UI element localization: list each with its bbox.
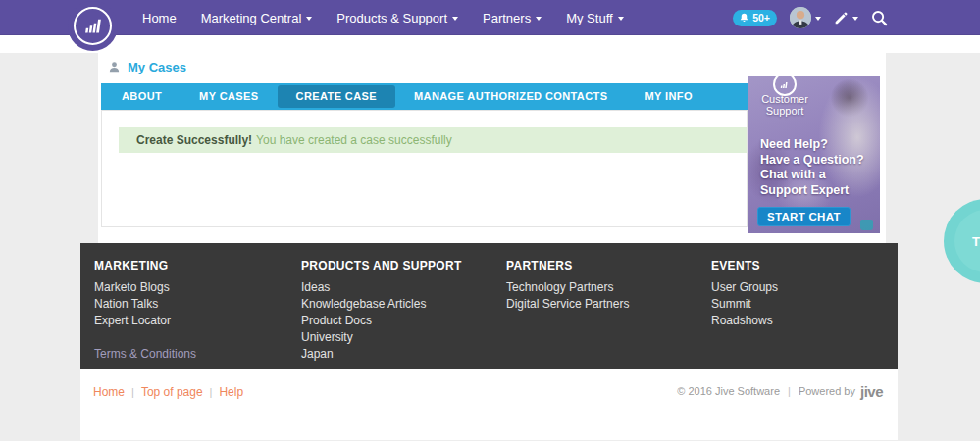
footer-link-nation-talks[interactable]: Nation Talks [94, 296, 301, 313]
banner-brand: Customer Support [748, 93, 822, 117]
nav-item-label: Marketing Central [201, 11, 302, 25]
content-row: ABOUT MY CASES CREATE CASE MANAGE AUTHOR… [101, 83, 880, 227]
footer-link-technology-partners[interactable]: Technology Partners [506, 279, 711, 296]
separator: | [788, 385, 791, 397]
bell-icon [739, 13, 749, 24]
chevron-down-icon [536, 17, 542, 21]
banner-brand-line: Customer [748, 93, 822, 105]
footer-link-expert-locator[interactable]: Expert Locator [94, 313, 301, 329]
chevron-down-icon [618, 17, 624, 21]
tab-manage-authorized-contacts[interactable]: MANAGE AUTHORIZED CONTACTS [395, 85, 626, 108]
bottom-links: Home | Top of page | Help [93, 385, 243, 399]
separator: | [210, 386, 213, 398]
nav-item-partners[interactable]: Partners [483, 11, 542, 25]
footer-spacer [94, 329, 301, 346]
footer-link-roadshows[interactable]: Roadshows [711, 313, 778, 329]
footer-link-digital-service-partners[interactable]: Digital Service Partners [506, 296, 711, 313]
footer-link-user-groups[interactable]: User Groups [711, 279, 778, 296]
navbar-right-cluster: 50+ [733, 0, 888, 35]
nav-item-label: Partners [483, 11, 531, 25]
copyright-text: © 2016 Jive Software [677, 385, 780, 397]
marketo-logo-ring [74, 7, 112, 45]
bottom-bar: Home | Top of page | Help © 2016 Jive So… [80, 369, 898, 440]
success-alert-title: Create Successfully! [136, 133, 252, 147]
footer-link-terms-conditions[interactable]: Terms & Conditions [94, 346, 301, 363]
nav-item-marketing-central[interactable]: Marketing Central [201, 11, 313, 25]
footer-column-marketing: MARKETING Marketo Blogs Nation Talks Exp… [94, 259, 301, 369]
footer-link-ideas[interactable]: Ideas [301, 279, 506, 296]
customer-support-banner: Customer Support Need Help? Have a Quest… [748, 76, 880, 233]
nav-item-label: Products & Support [336, 11, 447, 25]
banner-headline: Need Help? Have a Question? Chat with a … [760, 137, 864, 198]
footer-column-products-support: PRODUCTS AND SUPPORT Ideas Knowledgebase… [301, 259, 506, 369]
nav-item-products-support[interactable]: Products & Support [336, 11, 458, 25]
footer-column-events: EVENTS User Groups Summit Roadshows [711, 259, 778, 369]
avatar [790, 7, 811, 28]
case-panel: Create Successfully!You have created a c… [101, 110, 748, 227]
footer-heading: MARKETING [94, 259, 301, 272]
bottom-link-help[interactable]: Help [219, 385, 243, 399]
footer-heading: PARTNERS [506, 259, 711, 272]
bottom-link-home[interactable]: Home [93, 385, 125, 399]
marketo-logo[interactable] [68, 1, 118, 51]
copyright: © 2016 Jive Software | Powered by jive [677, 385, 883, 397]
top-navbar: Home Marketing Central Products & Suppor… [0, 0, 980, 35]
tab-my-cases[interactable]: MY CASES [181, 85, 277, 108]
chevron-down-icon [306, 17, 312, 21]
notifications-badge[interactable]: 50+ [733, 10, 777, 26]
main-content: My Cases ABOUT MY CASES CREATE CASE MANA… [98, 53, 886, 243]
banner-headline-line: Support Expert [760, 183, 864, 199]
footer-link-university[interactable]: University [301, 329, 506, 346]
search-icon[interactable] [871, 10, 888, 26]
bottom-link-top-of-page[interactable]: Top of page [141, 385, 203, 399]
footer-link-summit[interactable]: Summit [711, 296, 778, 313]
create-menu[interactable] [834, 11, 858, 25]
footer-link-japan[interactable]: Japan [301, 346, 506, 363]
start-chat-button[interactable]: START CHAT [757, 207, 851, 226]
separator: | [131, 386, 134, 398]
nav-item-home[interactable]: Home [142, 11, 177, 25]
scroll-to-top-button[interactable]: TOP [944, 199, 980, 283]
chevron-down-icon [852, 17, 858, 21]
page-title: My Cases [128, 60, 186, 74]
notification-count: 50+ [752, 12, 770, 24]
scroll-to-top-label: TOP [972, 234, 980, 249]
banner-brand-line: Support [748, 105, 822, 117]
footer-link-marketo-blogs[interactable]: Marketo Blogs [94, 279, 301, 296]
nav-item-label: My Stuff [566, 11, 612, 25]
footer-heading: EVENTS [711, 259, 778, 272]
tab-bar: ABOUT MY CASES CREATE CASE MANAGE AUTHOR… [101, 83, 748, 110]
chevron-down-icon [452, 17, 458, 21]
tab-create-case[interactable]: CREATE CASE [278, 85, 395, 108]
nav-item-my-stuff[interactable]: My Stuff [566, 11, 623, 25]
footer-link-knowledgebase-articles[interactable]: Knowledgebase Articles [301, 296, 506, 313]
footer-links-section: MARKETING Marketo Blogs Nation Talks Exp… [80, 243, 898, 369]
footer-heading: PRODUCTS AND SUPPORT [301, 259, 506, 272]
footer-link-product-docs[interactable]: Product Docs [301, 313, 506, 329]
banner-headline-line: Chat with a [760, 168, 864, 183]
footer-column-partners: PARTNERS Technology Partners Digital Ser… [506, 259, 711, 369]
tab-my-info[interactable]: MY INFO [626, 85, 710, 108]
footer: MARKETING Marketo Blogs Nation Talks Exp… [80, 243, 898, 440]
nav-item-label: Home [142, 11, 177, 25]
jive-logo: jive [860, 386, 883, 397]
chevron-down-icon [815, 17, 821, 21]
tab-about[interactable]: ABOUT [103, 85, 181, 108]
banner-headline-line: Need Help? [760, 137, 864, 153]
person-icon [108, 61, 121, 74]
user-menu[interactable] [790, 7, 821, 28]
mug-decoration [860, 220, 873, 230]
success-alert-message: You have created a case successfully [256, 133, 452, 147]
header-band [0, 35, 980, 53]
marketo-bars-icon [83, 18, 103, 35]
powered-by-text: Powered by [799, 385, 855, 397]
pencil-icon [834, 11, 849, 25]
success-alert: Create Successfully!You have created a c… [119, 127, 747, 153]
banner-headline-line: Have a Question? [760, 153, 864, 169]
